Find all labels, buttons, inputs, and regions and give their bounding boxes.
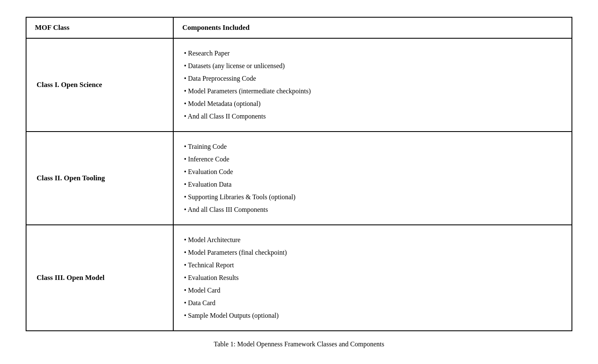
list-item: Datasets (any license or unlicensed) xyxy=(184,60,561,72)
list-item: Data Card xyxy=(184,297,561,309)
class-name-1: Class I. Open Science xyxy=(26,38,173,132)
list-item: Evaluation Data xyxy=(184,178,561,191)
list-item: Model Parameters (final checkpoint) xyxy=(184,246,561,259)
list-item: Sample Model Outputs (optional) xyxy=(184,309,561,322)
list-item: Evaluation Code xyxy=(184,166,561,178)
list-item: Technical Report xyxy=(184,259,561,272)
list-item: And all Class III Components xyxy=(184,203,561,216)
list-item: Research Paper xyxy=(184,47,561,60)
list-item: Data Preprocessing Code xyxy=(184,72,561,85)
table-row: Class I. Open Science Research Paper Dat… xyxy=(26,38,572,132)
table-row: Class II. Open Tooling Training Code Inf… xyxy=(26,132,572,225)
list-item: And all Class II Components xyxy=(184,110,561,123)
list-item: Supporting Libraries & Tools (optional) xyxy=(184,191,561,203)
list-item: Model Card xyxy=(184,284,561,297)
components-cell-1: Research Paper Datasets (any license or … xyxy=(173,38,572,132)
table-row: Class III. Open Model Model Architecture… xyxy=(26,225,572,331)
mof-table: MOF Class Components Included Class I. O… xyxy=(26,17,572,331)
class-name-3: Class III. Open Model xyxy=(26,225,173,331)
list-item: Training Code xyxy=(184,140,561,153)
components-list-3: Model Architecture Model Parameters (fin… xyxy=(184,234,561,322)
list-item: Model Metadata (optional) xyxy=(184,98,561,110)
table-wrapper: MOF Class Components Included Class I. O… xyxy=(26,17,572,348)
components-cell-2: Training Code Inference Code Evaluation … xyxy=(173,132,572,225)
list-item: Inference Code xyxy=(184,153,561,166)
components-cell-3: Model Architecture Model Parameters (fin… xyxy=(173,225,572,331)
components-list-2: Training Code Inference Code Evaluation … xyxy=(184,140,561,216)
components-list-1: Research Paper Datasets (any license or … xyxy=(184,47,561,123)
page-container: MOF Class Components Included Class I. O… xyxy=(0,0,598,364)
col-header-components: Components Included xyxy=(173,17,572,38)
col-header-mof-class: MOF Class xyxy=(26,17,173,38)
list-item: Evaluation Results xyxy=(184,272,561,284)
class-name-2: Class II. Open Tooling xyxy=(26,132,173,225)
list-item: Model Architecture xyxy=(184,234,561,246)
table-caption: Table 1: Model Openness Framework Classe… xyxy=(26,340,572,348)
list-item: Model Parameters (intermediate checkpoin… xyxy=(184,85,561,98)
